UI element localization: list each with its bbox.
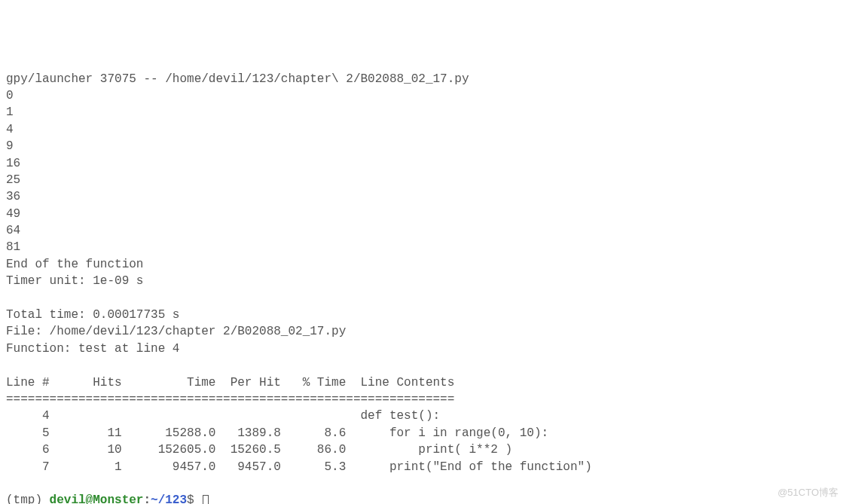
- prompt-colon: :: [143, 493, 151, 504]
- end-function-msg: End of the function: [6, 258, 143, 271]
- prompt-user-host: devil@Monster: [50, 493, 144, 504]
- prompt-path: ~/123: [151, 493, 187, 504]
- table-header: Line # Hits Time Per Hit % Time Line Con…: [6, 376, 454, 389]
- function-line: Function: test at line 4: [6, 342, 179, 356]
- output-line: 16: [6, 157, 20, 170]
- table-row: 6 10 152605.0 15260.5 86.0 print( i**2 ): [6, 443, 512, 457]
- command-line: gpy/launcher 37075 -- /home/devil/123/ch…: [6, 72, 469, 86]
- prompt-env: (tmp): [6, 493, 50, 504]
- cursor-icon: [203, 495, 209, 504]
- watermark: @51CTO博客: [777, 486, 838, 499]
- table-row: 7 1 9457.0 9457.0 5.3 print("End of the …: [6, 460, 592, 474]
- total-time-line: Total time: 0.00017735 s: [6, 308, 179, 322]
- table-row: 4 def test():: [6, 409, 440, 423]
- output-line: 4: [6, 123, 14, 136]
- prompt-line[interactable]: (tmp) devil@Monster:~/123$: [6, 493, 209, 504]
- output-line: 25: [6, 173, 20, 187]
- terminal-output: gpy/launcher 37075 -- /home/devil/123/ch…: [6, 71, 840, 504]
- output-line: 0: [6, 89, 14, 102]
- output-line: 81: [6, 240, 20, 254]
- table-divider: ========================================…: [6, 393, 454, 406]
- output-line: 64: [6, 224, 20, 237]
- table-row: 5 11 15288.0 1389.8 8.6 for i in range(0…: [6, 426, 548, 440]
- output-line: 9: [6, 139, 14, 153]
- file-line: File: /home/devil/123/chapter 2/B02088_0…: [6, 325, 346, 338]
- timer-unit-line: Timer unit: 1e-09 s: [6, 274, 143, 288]
- output-line: 36: [6, 190, 20, 203]
- prompt-dollar: $: [187, 493, 201, 504]
- output-line: 1: [6, 105, 14, 119]
- output-line: 49: [6, 207, 20, 221]
